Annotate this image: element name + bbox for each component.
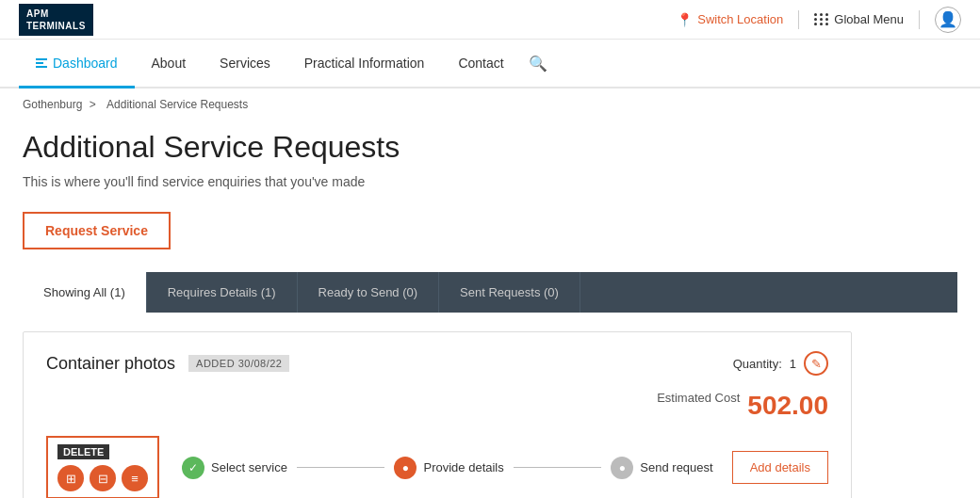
step-circle-send-request: ● [611, 457, 633, 479]
request-service-button[interactable]: Request Service [23, 212, 171, 249]
nav-item-dashboard[interactable]: Dashboard [19, 40, 135, 88]
nav-label-contact: Contact [458, 56, 503, 71]
top-bar: APM TERMINALS 📍 Switch Location Global M… [0, 0, 980, 40]
step-line-2 [514, 467, 602, 468]
breadcrumb: Gothenburg > Additional Service Requests [0, 88, 980, 120]
tab-ready-to-send[interactable]: Ready to Send (0) [298, 272, 440, 313]
dots-icon [814, 13, 829, 25]
page-title: Additional Service Requests [23, 130, 957, 165]
global-menu-label: Global Menu [834, 12, 904, 26]
nav-bar: Dashboard About Services Practical Infor… [0, 40, 980, 88]
nav-label-practical: Practical Information [304, 56, 425, 71]
logo-text: APM TERMINALS [19, 4, 93, 36]
service-request-card: Container photos ADDED 30/08/22 Quantity… [23, 331, 852, 498]
tab-sent-requests[interactable]: Sent Requests (0) [439, 272, 580, 313]
nav-item-practical[interactable]: Practical Information [287, 40, 442, 88]
page-subtitle: This is where you'll find service enquir… [23, 174, 957, 189]
nav-label-dashboard: Dashboard [53, 56, 118, 71]
step-circle-select-service: ✓ [182, 457, 204, 479]
switch-location-button[interactable]: 📍 Switch Location [677, 12, 783, 27]
nav-label-about: About [152, 56, 187, 71]
card-title: Container photos [46, 354, 175, 374]
tab-requires-details[interactable]: Requires Details (1) [147, 272, 298, 313]
icon-row: ⊞ ⊟ ≡ [57, 465, 148, 491]
icon-circle-2[interactable]: ⊟ [90, 465, 116, 491]
quantity-area: Quantity: 1 ✎ [733, 351, 828, 376]
tabs-bar: Showing All (1) Requires Details (1) Rea… [23, 272, 957, 313]
stepper: ✓ Select service ● Provide details ● Sen… [182, 451, 828, 484]
search-icon[interactable]: 🔍 [529, 55, 547, 72]
card-title-area: Container photos ADDED 30/08/22 [46, 354, 289, 374]
estimated-cost-area: Estimated Cost 502.00 [46, 391, 828, 421]
step-send-request: ● Send request [611, 457, 712, 479]
edit-quantity-button[interactable]: ✎ [804, 351, 828, 376]
step-select-service: ✓ Select service [182, 457, 287, 479]
add-details-button[interactable]: Add details [732, 451, 828, 484]
estimated-cost-value: 502.00 [747, 391, 828, 421]
estimated-cost-label: Estimated Cost [657, 391, 740, 421]
nav-label-services: Services [220, 56, 270, 71]
card-header: Container photos ADDED 30/08/22 Quantity… [46, 351, 828, 376]
switch-location-label: Switch Location [697, 12, 783, 26]
nav-item-about[interactable]: About [135, 40, 204, 88]
location-icon: 📍 [677, 12, 693, 27]
icon-circle-3[interactable]: ≡ [122, 465, 148, 491]
nav-item-services[interactable]: Services [203, 40, 287, 88]
quantity-label: Quantity: [733, 357, 782, 371]
breadcrumb-separator: > [90, 98, 96, 111]
added-badge: ADDED 30/08/22 [188, 355, 289, 372]
nav-item-contact[interactable]: Contact [441, 40, 520, 88]
step-label-select-service: Select service [211, 460, 287, 474]
dash-lines [36, 58, 47, 68]
page-content: Additional Service Requests This is wher… [0, 120, 980, 498]
breadcrumb-current: Additional Service Requests [106, 98, 248, 111]
step-circle-provide-details: ● [394, 457, 416, 479]
step-line-1 [297, 467, 385, 468]
icon-circle-1[interactable]: ⊞ [57, 465, 84, 491]
quantity-value: 1 [790, 357, 796, 371]
step-label-provide-details: Provide details [423, 460, 503, 474]
top-right-area: 📍 Switch Location Global Menu 👤 [677, 7, 961, 33]
user-avatar-button[interactable]: 👤 [935, 7, 961, 33]
delete-area: DELETE ⊞ ⊟ ≡ [46, 436, 159, 498]
card-body: DELETE ⊞ ⊟ ≡ ✓ Select service ● Pro [46, 436, 828, 498]
delete-label: DELETE [57, 444, 109, 459]
global-menu-button[interactable]: Global Menu [814, 12, 904, 26]
divider2 [919, 10, 920, 29]
tab-showing-all[interactable]: Showing All (1) [23, 272, 147, 313]
step-provide-details: ● Provide details [394, 457, 503, 479]
divider [798, 10, 799, 29]
logo: APM TERMINALS [19, 4, 93, 36]
dashboard-icon [36, 58, 47, 68]
breadcrumb-parent[interactable]: Gothenburg [23, 98, 82, 111]
step-label-send-request: Send request [640, 460, 712, 474]
